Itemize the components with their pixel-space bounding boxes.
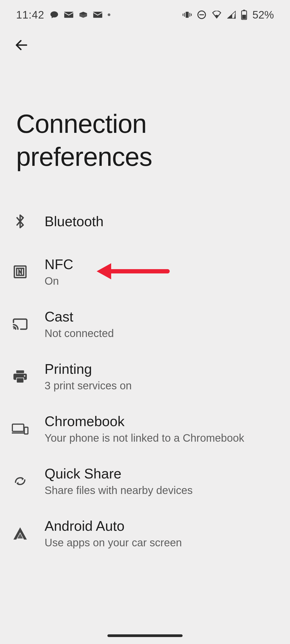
svg-rect-13 [242, 15, 246, 19]
svg-rect-3 [184, 13, 185, 17]
setting-texts: Bluetooth [45, 208, 104, 235]
svg-rect-5 [183, 14, 183, 16]
setting-subtitle: 3 print services on [45, 380, 132, 392]
quick-share-icon [11, 474, 30, 488]
cast-icon [11, 318, 30, 331]
status-bar: 11:42 52% [0, 0, 290, 30]
setting-subtitle: Share files with nearby devices [45, 484, 193, 496]
setting-title: NFC [45, 256, 73, 272]
battery-text: 52% [252, 9, 274, 21]
svg-rect-18 [16, 370, 24, 373]
setting-nfc[interactable]: NFC On [0, 246, 290, 298]
svg-point-17 [13, 328, 15, 329]
svg-point-20 [24, 375, 25, 376]
battery-icon [241, 10, 247, 20]
setting-subtitle: Not connected [45, 327, 114, 339]
setting-title: Quick Share [45, 466, 193, 482]
setting-subtitle: Use apps on your car screen [45, 537, 182, 549]
page-title: Connection preferences [0, 62, 290, 197]
back-button[interactable] [11, 35, 32, 56]
setting-texts: NFC On [45, 256, 73, 287]
svg-rect-6 [191, 14, 192, 16]
svg-rect-9 [234, 16, 235, 19]
android-auto-icon [11, 527, 30, 540]
nfc-icon [11, 265, 30, 279]
print-icon [11, 370, 30, 383]
setting-texts: Chromebook Your phone is not linked to a… [45, 413, 244, 444]
vibrate-icon [183, 10, 192, 19]
svg-rect-23 [24, 427, 28, 434]
svg-rect-4 [189, 13, 190, 17]
svg-point-10 [234, 14, 235, 16]
setting-android-auto[interactable]: Android Auto Use apps on your car screen [0, 507, 290, 559]
status-time: 11:42 [16, 9, 44, 21]
setting-texts: Android Auto Use apps on your car screen [45, 518, 182, 549]
setting-bluetooth[interactable]: Bluetooth [0, 197, 290, 246]
svg-rect-19 [17, 378, 24, 383]
svg-rect-21 [12, 424, 24, 431]
setting-subtitle: Your phone is not linked to a Chromebook [45, 432, 244, 444]
setting-cast[interactable]: Cast Not connected [0, 298, 290, 350]
wifi-icon [212, 11, 222, 19]
setting-quick-share[interactable]: Quick Share Share files with nearby devi… [0, 455, 290, 507]
setting-subtitle: On [45, 275, 73, 287]
setting-title: Cast [45, 309, 114, 325]
setting-texts: Printing 3 print services on [45, 361, 132, 392]
setting-title: Android Auto [45, 518, 182, 534]
setting-texts: Quick Share Share files with nearby devi… [45, 466, 193, 496]
setting-title: Bluetooth [45, 208, 104, 235]
setting-printing[interactable]: Printing 3 print services on [0, 350, 290, 402]
app-bar [0, 30, 290, 62]
dnd-icon [197, 10, 206, 19]
mail-icon [93, 11, 102, 19]
setting-texts: Cast Not connected [45, 309, 114, 339]
more-notifications-dot [108, 13, 110, 16]
signal-icon [227, 11, 236, 19]
arrow-back-icon [14, 38, 29, 54]
setting-title: Chromebook [45, 413, 244, 429]
box-icon [79, 11, 88, 19]
outlook-icon [64, 11, 73, 19]
status-right: 52% [183, 9, 274, 21]
chat-icon [50, 10, 59, 19]
svg-rect-2 [186, 12, 189, 18]
bluetooth-icon [11, 214, 30, 229]
chromebook-icon [11, 423, 30, 435]
status-left: 11:42 [16, 9, 110, 21]
settings-list: Bluetooth NFC On Cast Not connected Prin… [0, 197, 290, 559]
setting-title: Printing [45, 361, 132, 377]
setting-chromebook[interactable]: Chromebook Your phone is not linked to a… [0, 402, 290, 455]
gesture-nav-bar[interactable] [107, 634, 183, 637]
svg-rect-12 [243, 10, 245, 11]
